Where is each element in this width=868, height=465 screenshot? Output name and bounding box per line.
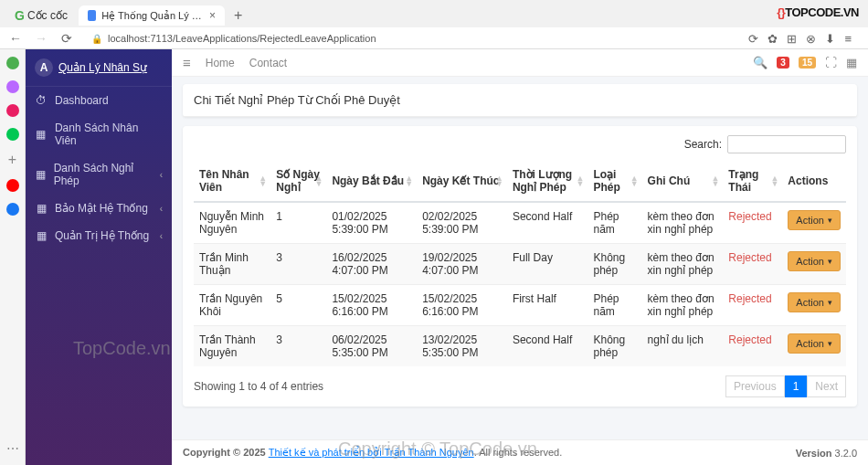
table-footer: Showing 1 to 4 of 4 entries Previous 1 N… <box>194 375 846 397</box>
side-add-icon[interactable]: + <box>8 152 16 168</box>
side-more-icon[interactable]: ⋯ <box>6 441 19 456</box>
close-icon[interactable]: × <box>209 9 216 22</box>
leave-table: Tên Nhân Viên▲▼Số Ngày Nghỉ▲▼Ngày Bắt Đầ… <box>194 161 846 366</box>
notification-badge[interactable]: 3 <box>777 57 789 69</box>
cell-days: 3 <box>270 326 326 367</box>
message-badge[interactable]: 15 <box>799 57 816 69</box>
column-header[interactable]: Ngày Kết Thúc▲▼ <box>417 161 507 202</box>
search-input[interactable] <box>727 135 846 153</box>
column-header[interactable]: Actions <box>782 161 846 202</box>
sidebar-item[interactable]: ▦Danh Sách Nhân Viên <box>26 114 172 154</box>
sidebar-item[interactable]: ▦Danh Sách Nghỉ Phép‹ <box>26 154 172 195</box>
browser-side-panel: + ⋯ <box>0 49 26 465</box>
facebook-icon[interactable] <box>6 203 19 216</box>
coccoc-icon: G <box>15 8 25 23</box>
cell-days: 1 <box>270 202 326 244</box>
cell-type: Không phép <box>587 244 641 285</box>
cell-note: kèm theo đơn xin nghỉ phép <box>642 244 724 285</box>
fullscreen-icon[interactable]: ⛶ <box>825 56 837 69</box>
column-header[interactable]: Số Ngày Nghỉ▲▼ <box>270 161 326 202</box>
side-icon[interactable] <box>6 57 19 69</box>
footer: Copyright © 2025 Thiết kế và phát triển … <box>172 439 868 465</box>
cell-type: Phép năm <box>587 202 641 244</box>
download-icon[interactable]: ⬇ <box>825 32 835 46</box>
table-row: Nguyễn Minh Nguyên 1 01/02/2025 5:39:00 … <box>194 202 846 244</box>
cell-name: Nguyễn Minh Nguyên <box>194 202 270 244</box>
action-button[interactable]: Action <box>788 210 841 230</box>
sidebar-item-icon: ⏱ <box>35 94 48 107</box>
address-bar[interactable]: 🔒 localhost:7113/LeaveApplications/Rejec… <box>84 29 730 48</box>
entries-info: Showing 1 to 4 of 4 entries <box>194 380 323 393</box>
extension-icon[interactable]: ⟳ <box>748 32 758 46</box>
search-icon[interactable]: 🔍 <box>753 56 767 69</box>
column-header[interactable]: Thời Lượng Nghỉ Phép▲▼ <box>507 161 588 202</box>
chevron-left-icon: ‹ <box>160 170 163 180</box>
action-button[interactable]: Action <box>788 292 841 312</box>
reload-button[interactable]: ⟳ <box>58 31 75 46</box>
side-icon[interactable] <box>6 128 19 141</box>
chevron-left-icon: ‹ <box>160 231 163 241</box>
hamburger-icon[interactable]: ≡ <box>183 55 191 70</box>
browser-brand-text: Cốc cốc <box>27 9 68 22</box>
side-icon[interactable] <box>6 80 19 93</box>
page-next[interactable]: Next <box>807 375 846 397</box>
side-icon[interactable] <box>6 104 19 117</box>
browser-chrome: G Cốc cốc Hệ Thống Quản Lý Nhân Sự × + {… <box>0 0 868 49</box>
app-logo-icon: A <box>35 58 53 77</box>
tab-title: Hệ Thống Quản Lý Nhân Sự <box>101 10 204 22</box>
action-button[interactable]: Action <box>788 251 841 271</box>
nav-contact[interactable]: Contact <box>249 57 287 69</box>
tab-bar: G Cốc cốc Hệ Thống Quản Lý Nhân Sự × + {… <box>0 0 868 27</box>
sidebar-item[interactable]: ⏱Dashboard <box>26 87 172 114</box>
sidebar-item[interactable]: ▦Bảo Mật Hệ Thống‹ <box>26 195 172 222</box>
sidebar-header[interactable]: A Quản Lý Nhân Sự <box>26 49 172 87</box>
sidebar-item-label: Dashboard <box>55 94 109 107</box>
topbar-right: 🔍 3 15 ⛶ ▦ <box>753 56 857 69</box>
menu-icon[interactable]: ≡ <box>844 32 852 46</box>
new-tab-button[interactable]: + <box>228 7 248 24</box>
tab-favicon <box>88 10 96 21</box>
cell-days: 5 <box>270 285 326 326</box>
cell-duration: Full Day <box>507 244 588 285</box>
sidebar-item-label: Quản Trị Hệ Thống <box>55 229 149 242</box>
column-header[interactable]: Trạng Thái▲▼ <box>723 161 782 202</box>
apps-icon[interactable]: ▦ <box>846 56 857 69</box>
sidebar-item[interactable]: ▦Quản Trị Hệ Thống‹ <box>26 222 172 249</box>
youtube-icon[interactable] <box>6 179 19 192</box>
extension-icon[interactable]: ⊗ <box>806 32 816 46</box>
forward-button[interactable]: → <box>33 31 49 46</box>
nav-home[interactable]: Home <box>206 57 235 69</box>
column-header[interactable]: Ghi Chú▲▼ <box>642 161 724 202</box>
extension-icon[interactable]: ⊞ <box>787 32 797 46</box>
column-header[interactable]: Loại Phép▲▼ <box>587 161 641 202</box>
cell-status: Rejected <box>723 326 782 367</box>
cell-end: 13/02/2025 5:35:00 PM <box>417 326 507 367</box>
cell-type: Không phép <box>587 326 641 367</box>
extension-icon[interactable]: ✿ <box>767 32 778 46</box>
url-text: localhost:7113/LeaveApplications/Rejecte… <box>108 33 376 44</box>
sidebar-item-label: Bảo Mật Hệ Thống <box>55 202 148 215</box>
back-button[interactable]: ← <box>7 31 24 46</box>
topbar: ≡ Home Contact 🔍 3 15 ⛶ ▦ <box>172 49 868 77</box>
sidebar-item-label: Danh Sách Nhân Viên <box>55 122 163 147</box>
browser-brand: G Cốc cốc <box>7 8 75 23</box>
sidebar: A Quản Lý Nhân Sự ⏱Dashboard▦Danh Sách N… <box>26 49 172 465</box>
cell-note: kèm theo đơn xin nghỉ phép <box>642 202 724 244</box>
sidebar-item-icon: ▦ <box>35 229 48 242</box>
search-label: Search: <box>684 138 722 151</box>
page-previous[interactable]: Previous <box>725 375 785 397</box>
column-header[interactable]: Ngày Bắt Đầu▲▼ <box>326 161 417 202</box>
browser-tab[interactable]: Hệ Thống Quản Lý Nhân Sự × <box>79 5 225 26</box>
page-title-card: Chi Tiết Nghỉ Phép Từ Chối Phê Duyệt <box>183 84 857 117</box>
cell-days: 3 <box>270 244 326 285</box>
cell-name: Trần Thành Nguyên <box>194 326 270 367</box>
cell-end: 19/02/2025 4:07:00 PM <box>417 244 507 285</box>
action-button[interactable]: Action <box>788 333 841 354</box>
footer-link[interactable]: Thiết kế và phát triển bởi Trần Thành Ng… <box>269 447 474 458</box>
version-text: Version 3.2.0 <box>796 448 857 459</box>
lock-icon: 🔒 <box>91 34 102 44</box>
cell-status: Rejected <box>723 285 782 326</box>
cell-status: Rejected <box>723 244 782 285</box>
page-1[interactable]: 1 <box>785 375 808 397</box>
column-header[interactable]: Tên Nhân Viên▲▼ <box>194 161 270 202</box>
